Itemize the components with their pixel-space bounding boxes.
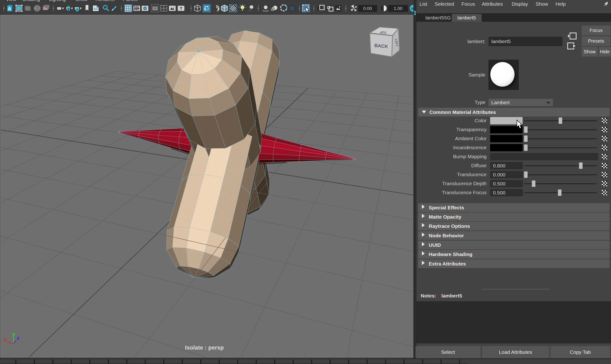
viewport-3d[interactable]: TOP BACK LEFT y x z Isolate : persp	[1, 15, 413, 357]
notes-splitter-handle[interactable]	[482, 289, 549, 289]
map-button-transparency[interactable]	[602, 127, 607, 132]
map-button-incandescence[interactable]	[602, 145, 607, 150]
gamma-field[interactable]: 1.00	[388, 5, 408, 12]
view-cube[interactable]: TOP BACK LEFT	[368, 26, 403, 60]
xray-icon[interactable]	[317, 4, 325, 12]
attr-field-translucence-focus[interactable]: 0.500	[490, 189, 523, 196]
menu-view[interactable]: View	[6, 0, 16, 2]
attr-slider-transparency[interactable]	[524, 126, 597, 133]
wireframe-icon[interactable]	[193, 4, 202, 12]
section-matte-opacity[interactable]: Matte Opacity	[418, 212, 610, 221]
isolate-select-icon[interactable]	[302, 4, 310, 12]
map-button-translucence-focus[interactable]	[602, 190, 607, 195]
exposure-on-toggle-icon[interactable]: ON	[409, 4, 413, 12]
exposure-field[interactable]: 0.00	[358, 5, 377, 12]
xray-active-icon[interactable]	[334, 4, 342, 12]
attr-field-diffuse[interactable]: 0.800	[490, 162, 523, 169]
film-gate-toggle-icon[interactable]	[133, 4, 141, 12]
menu-list[interactable]: List	[420, 1, 427, 7]
attr-field-bump-mapping[interactable]	[490, 153, 598, 160]
multisampling-icon[interactable]	[288, 4, 296, 12]
safe-action-icon[interactable]	[168, 4, 176, 12]
map-button-bump-mapping[interactable]	[602, 154, 607, 159]
notes-textarea[interactable]	[416, 301, 611, 343]
menu-display[interactable]: Display	[512, 1, 528, 7]
map-button-color[interactable]	[602, 118, 607, 123]
slider-handle[interactable]	[524, 144, 528, 151]
section-uuid[interactable]: UUID	[418, 241, 610, 249]
menu-renderer[interactable]: Renderer	[95, 0, 115, 2]
motion-blur-icon[interactable]	[270, 4, 278, 12]
lock-camera-icon[interactable]	[65, 4, 73, 12]
menu-lighting[interactable]: Lighting	[49, 0, 66, 2]
focus-button[interactable]: Focus	[582, 26, 611, 35]
presets-button[interactable]: Presets	[582, 36, 611, 46]
attr-swatch-incandescence[interactable]	[490, 144, 523, 151]
copy-tab-button[interactable]: Copy Tab	[550, 346, 610, 358]
slider-handle[interactable]	[524, 171, 528, 178]
map-button-diffuse[interactable]	[602, 163, 607, 168]
output-connection-icon[interactable]	[567, 42, 577, 50]
slider-handle[interactable]	[524, 135, 528, 142]
shadows-icon[interactable]	[247, 4, 255, 12]
pin-icon[interactable]	[603, 1, 609, 7]
xray-joints-icon[interactable]	[326, 4, 334, 12]
resolution-gate-toggle-icon[interactable]	[141, 4, 149, 12]
menu-show[interactable]: Show	[76, 0, 87, 2]
slider-handle[interactable]	[524, 127, 528, 133]
safe-title-icon[interactable]: T	[177, 4, 185, 12]
gamma-color-wheel-icon[interactable]	[33, 4, 41, 12]
map-button-translucence-depth[interactable]	[602, 181, 607, 186]
anti-aliasing-icon[interactable]	[279, 4, 287, 12]
attr-slider-translucence-depth[interactable]	[524, 180, 597, 187]
input-connection-icon[interactable]	[567, 32, 577, 40]
image-plane-icon[interactable]	[42, 4, 50, 12]
attr-slider-translucence-focus[interactable]	[524, 189, 597, 196]
section-node-behavior[interactable]: Node Behavior	[418, 231, 610, 240]
tab-lambert5[interactable]: lambert5	[452, 14, 482, 22]
attr-slider-diffuse[interactable]	[524, 162, 597, 169]
attr-slider-ambient-color[interactable]	[524, 135, 597, 142]
wireframe-on-shaded-icon[interactable]	[220, 4, 229, 12]
resolution-gate-icon[interactable]	[24, 4, 32, 12]
attr-field-translucence-depth[interactable]: 0.500	[490, 180, 523, 187]
attr-slider-incandescence[interactable]	[524, 144, 597, 151]
menu-selected[interactable]: Selected	[435, 1, 454, 7]
exposure-icon[interactable]	[350, 4, 358, 12]
menu-attributes[interactable]: Attributes	[482, 1, 503, 7]
time-slider[interactable]	[0, 359, 611, 364]
slider-handle[interactable]	[532, 181, 535, 187]
section-special-effects[interactable]: Special Effects	[418, 203, 610, 212]
menu-shading[interactable]: Shading	[23, 0, 40, 2]
panel-splitter[interactable]	[413, 0, 416, 359]
menu-help[interactable]: Help	[556, 1, 566, 7]
film-gate-icon[interactable]	[15, 4, 23, 12]
lighting-icon[interactable]	[238, 4, 246, 12]
bookmarks-icon[interactable]	[83, 4, 91, 12]
section-common-material-attributes[interactable]: Common Material Attributes	[418, 108, 610, 117]
section-raytrace-options[interactable]: Raytrace Options	[418, 222, 610, 230]
attribute-editor-book-icon[interactable]: A	[6, 4, 14, 12]
lambert-name-field[interactable]: lambert5	[489, 37, 562, 46]
shaded-icon[interactable]	[203, 4, 211, 12]
section-hardware-shading[interactable]: Hardware Shading	[418, 250, 610, 259]
menu-focus[interactable]: Focus	[462, 1, 475, 7]
slider-handle[interactable]	[579, 162, 583, 169]
attr-field-translucence[interactable]: 0.000	[490, 171, 523, 178]
load-attributes-button[interactable]: Load Attributes	[482, 346, 549, 358]
menu-panels[interactable]: Panels	[123, 0, 137, 2]
camera-attributes-icon[interactable]	[74, 4, 82, 12]
attr-slider-translucence[interactable]	[524, 171, 597, 178]
select-button[interactable]: Select	[415, 346, 481, 358]
grid-icon[interactable]	[124, 4, 132, 12]
attr-slider-color[interactable]	[524, 117, 597, 124]
select-camera-icon[interactable]	[56, 4, 65, 12]
show-button[interactable]: Show	[582, 47, 598, 57]
attr-swatch-ambient-color[interactable]	[490, 135, 523, 142]
type-dropdown[interactable]: Lambert	[489, 99, 553, 106]
slider-handle[interactable]	[559, 117, 562, 124]
map-button-ambient-color[interactable]	[602, 136, 607, 141]
grease-pencil-icon[interactable]	[110, 4, 118, 12]
textured-icon[interactable]	[212, 4, 220, 12]
hide-button[interactable]: Hide	[599, 47, 611, 57]
